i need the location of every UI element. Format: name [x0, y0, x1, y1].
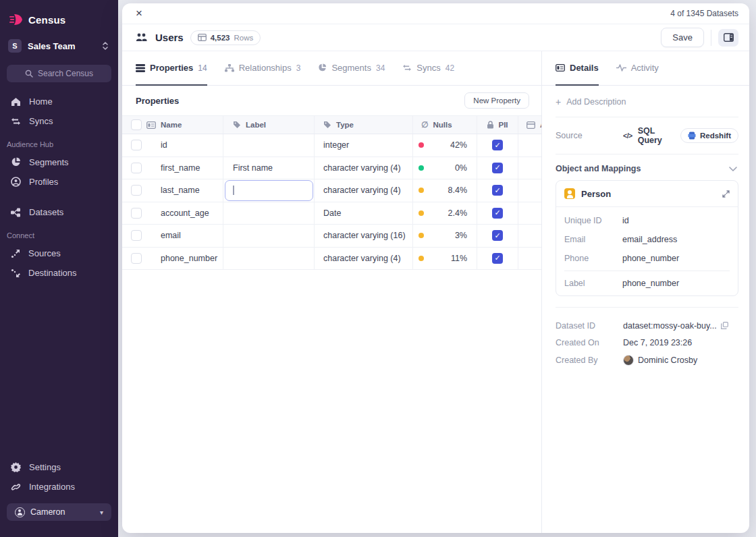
save-button[interactable]: Save [661, 28, 704, 47]
dataset-modal: × 4 of 1345 Datasets Users 4,523 Rows Sa… [122, 3, 749, 533]
pii-checkbox[interactable]: ✓ [492, 253, 503, 264]
row-checkbox[interactable] [131, 140, 142, 150]
property-label-cell[interactable]: First name [223, 157, 315, 179]
created-by-row: Created By Dominic Crosby [556, 351, 738, 369]
new-property-button[interactable]: New Property [464, 92, 529, 109]
row-checkbox[interactable] [131, 208, 142, 219]
label-edit-input[interactable] [225, 180, 313, 201]
row-checkbox[interactable] [131, 230, 142, 241]
tab-syncs[interactable]: Syncs 42 [402, 51, 454, 86]
property-nulls: 42% [413, 134, 477, 157]
pii-checkbox[interactable]: ✓ [492, 163, 503, 173]
sidebar-item-datasets[interactable]: Datasets [0, 202, 118, 222]
add-description-button[interactable]: + Add Description [556, 86, 738, 117]
source-label: Source [556, 131, 623, 140]
pii-checkbox[interactable]: ✓ [492, 208, 503, 219]
property-name: first_name [148, 163, 200, 173]
column-type: Type [336, 121, 354, 129]
nulls-status-dot [418, 165, 424, 171]
sidebar-item-profiles[interactable]: Profiles [0, 172, 118, 192]
property-label-cell[interactable] [223, 248, 315, 270]
panel-toggle-button[interactable] [718, 29, 738, 47]
mapping-row: Unique ID id [564, 211, 730, 230]
tab-label: Details [570, 63, 599, 73]
row-checkbox[interactable] [131, 163, 142, 173]
lock-icon [487, 121, 494, 129]
created-by-value: Dominic Crosby [638, 356, 697, 365]
table-row: phone_number character varying (4) 11% ✓ [122, 248, 541, 271]
sidebar-item-label: Integrations [29, 482, 75, 492]
property-type: character varying (4) [315, 248, 413, 270]
property-type: character varying (4) [315, 157, 413, 179]
tab-properties[interactable]: Properties 14 [136, 51, 207, 86]
sidebar-item-destinations[interactable]: Destinations [0, 263, 118, 283]
sidebar-item-settings[interactable]: Settings [0, 457, 118, 477]
row-checkbox[interactable] [131, 185, 142, 196]
property-type: character varying (16) [315, 225, 413, 247]
property-label-cell[interactable] [223, 202, 315, 225]
tag-icon [323, 121, 331, 129]
column-name: Name [161, 121, 182, 129]
tab-details[interactable]: Details [556, 51, 599, 86]
datasets-counter: 4 of 1345 Datasets [670, 9, 738, 18]
sources-icon [11, 249, 20, 258]
nulls-status-dot [418, 142, 424, 148]
sidebar-item-integrations[interactable]: Integrations [0, 477, 118, 497]
table-row: last_name character varying (4) 8.4% ✓ [122, 179, 541, 202]
redshift-icon [688, 132, 696, 140]
property-label-cell[interactable] [223, 134, 315, 157]
copy-icon[interactable] [721, 322, 728, 329]
chevron-updown-icon [102, 41, 109, 51]
pii-checkbox[interactable]: ✓ [492, 230, 503, 241]
column-pii: PII [498, 121, 508, 129]
tab-label: Segments [331, 63, 371, 73]
sidebar-item-syncs[interactable]: Syncs [0, 111, 118, 131]
mapping-row: Phone phone_number [564, 249, 730, 268]
tab-relationships[interactable]: Relationships 3 [225, 51, 301, 86]
details-icon [556, 64, 565, 72]
syncs-icon [11, 117, 21, 125]
chevron-down-icon[interactable] [729, 167, 737, 171]
sidebar-item-sources[interactable]: Sources [0, 244, 118, 263]
tab-label: Properties [150, 63, 193, 73]
close-icon[interactable]: × [132, 6, 146, 21]
sidebar-item-segments[interactable]: Segments [0, 152, 118, 172]
properties-pane: Properties 14 Relationships 3 [122, 51, 541, 533]
activity-icon [616, 64, 626, 72]
brand-name: Census [28, 14, 65, 26]
select-all-checkbox[interactable] [131, 119, 142, 130]
table-row: email character varying (16) 3% ✓ [122, 225, 541, 248]
add-description-label: Add Description [566, 97, 626, 107]
property-label-cell[interactable] [223, 225, 315, 247]
tab-segments[interactable]: Segments 34 [318, 51, 385, 86]
sidebar-layout-icon [724, 33, 734, 42]
nulls-status-dot [418, 256, 424, 261]
property-nulls: 3% [413, 225, 477, 247]
user-name: Cameron [30, 507, 94, 517]
tab-activity[interactable]: Activity [616, 51, 659, 86]
property-name: account_age [148, 208, 209, 218]
connection-badge: Redshift [680, 128, 738, 143]
source-row: Source </> SQL Query Redshift [556, 117, 738, 154]
relationships-icon [225, 64, 234, 72]
workspace-switcher[interactable]: S Sales Team [0, 35, 118, 59]
plus-icon: + [556, 96, 561, 107]
user-menu[interactable]: Cameron ▾ [7, 503, 111, 521]
properties-icon [136, 64, 145, 72]
mapping-row: Label phone_number [564, 274, 730, 293]
avatar [623, 355, 634, 366]
row-checkbox[interactable] [131, 253, 142, 264]
properties-table: Name Label [122, 115, 541, 270]
section-audience-hub: Audience Hub [0, 131, 118, 152]
pii-checkbox[interactable]: ✓ [492, 185, 503, 196]
column-nulls: Nulls [433, 121, 452, 129]
sidebar-item-home[interactable]: Home [0, 92, 118, 111]
destinations-icon [11, 268, 20, 278]
sidebar-item-label: Segments [29, 157, 69, 167]
search-input[interactable]: Search Census [7, 65, 111, 82]
expand-icon[interactable] [722, 190, 730, 198]
pii-checkbox[interactable]: ✓ [492, 140, 503, 150]
link-icon [11, 482, 21, 492]
rows-count: 4,523 [211, 34, 230, 42]
tab-count: 34 [376, 63, 385, 73]
